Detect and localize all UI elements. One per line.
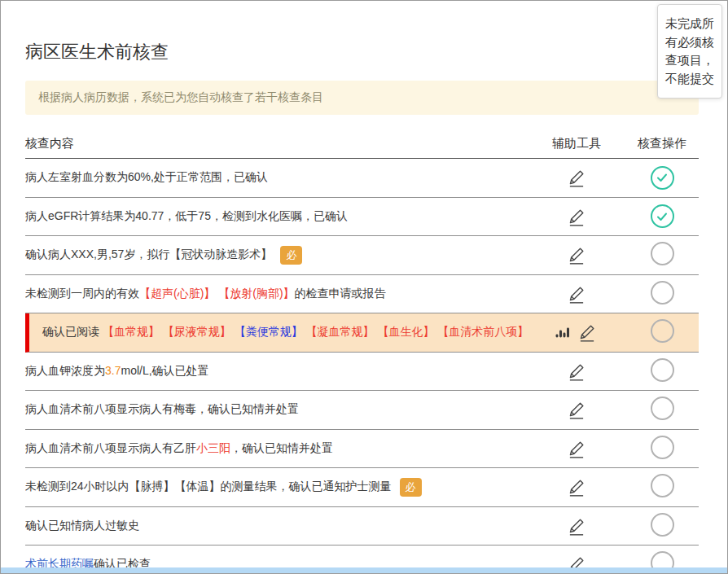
row-content-cell: 确认已阅读 【血常规】 【尿液常规】 【粪便常规】 【凝血常规】 【血生化】 【… [29, 325, 528, 340]
header-check-content: 核查内容 [25, 136, 528, 151]
edit-pencil-icon[interactable] [577, 322, 598, 343]
row-content-cell: 未检测到一周内的有效【超声(心脏)】 【放射(胸部)】的检查申请或报告 [25, 287, 528, 301]
row-tools-cell [528, 167, 625, 188]
check-status-circle[interactable] [651, 513, 674, 537]
row-content-cell: 病人血清术前八项显示病人有乙肝小三阳，确认已知情并处置 [25, 441, 528, 456]
row-text: 病人血钾浓度为3.7mol/L,确认已处置 [25, 364, 209, 379]
row-text-segment: 【血常规】 [103, 325, 160, 338]
row-action-cell [625, 513, 699, 539]
row-tools-cell [528, 283, 625, 305]
edit-pencil-icon[interactable] [566, 244, 587, 265]
table-header: 核查内容 辅助工具 核查操作 [25, 136, 699, 159]
edit-pencil-icon[interactable] [566, 283, 587, 305]
table-row: 确认病人XXX,男,57岁，拟行【冠状动脉造影术】 必 [25, 236, 699, 275]
row-text: 未检测到一周内的有效【超声(心脏)】 【放射(胸部)】的检查申请或报告 [25, 287, 386, 301]
row-text-segment: 病人eGFR计算结果为40.77，低于75，检测到水化医嘱，已确认 [25, 209, 348, 222]
row-text-segment: 确认已阅读 [42, 325, 103, 338]
row-content-cell: 病人左室射血分数为60%,处于正常范围，已确认 [25, 170, 528, 185]
check-status-circle[interactable] [651, 474, 674, 497]
row-text-segment: ，确认已知情并处置 [230, 441, 333, 454]
row-text-segment: 【粪便常规】 [235, 325, 303, 338]
table-row: 病人eGFR计算结果为40.77，低于75，检测到水化医嘱，已确认 [25, 198, 699, 237]
row-text-segment: 病人血清术前八项显示病人有梅毒，确认已知情并处置 [25, 402, 299, 415]
row-action-cell [625, 397, 699, 423]
row-text: 确认病人XXX,男,57岁，拟行【冠状动脉造影术】 [25, 248, 272, 262]
row-text-segment: 未检测到一周内的有效 [25, 287, 139, 300]
row-content-cell: 病人eGFR计算结果为40.77，低于75，检测到水化医嘱，已确认 [25, 209, 528, 224]
edit-pencil-icon[interactable] [566, 361, 587, 382]
row-content-cell: 确认病人XXX,男,57岁，拟行【冠状动脉造影术】 必 [25, 246, 528, 265]
row-text-segment: mol/L,确认已处置 [121, 364, 208, 377]
row-tools-cell [528, 438, 625, 459]
check-status-circle[interactable] [651, 319, 674, 343]
row-tools-cell [528, 206, 625, 227]
required-badge: 必 [400, 478, 422, 497]
footer-bar [1, 567, 727, 573]
edit-pencil-icon[interactable] [566, 399, 587, 420]
edit-pencil-icon[interactable] [566, 515, 587, 537]
page-title: 病区医生术前核查 [25, 40, 699, 64]
row-action-cell [625, 242, 699, 268]
row-tools-cell [528, 361, 625, 382]
row-text-segment: 3.7 [105, 364, 121, 377]
table-row: 确认已阅读 【血常规】 【尿液常规】 【粪便常规】 【凝血常规】 【血生化】 【… [25, 313, 699, 353]
check-status-circle[interactable] [651, 397, 674, 420]
row-text-segment: 【血清术前八项】 [437, 325, 528, 338]
main-content: 病区医生术前核查 根据病人病历数据，系统已为您自动核查了若干核查条目 核查内容 … [1, 1, 727, 574]
header-check-action: 核查操作 [625, 136, 699, 151]
table-row: 病人血钾浓度为3.7mol/L,确认已处置 [25, 353, 699, 392]
validation-tooltip: 未完成所有必须核查项目，不能提交 [657, 4, 722, 99]
table-row: 病人血清术前八项显示病人有梅毒，确认已知情并处置 [25, 391, 699, 430]
row-tools-cell [528, 322, 625, 343]
row-text: 确认已阅读 【血常规】 【尿液常规】 【粪便常规】 【凝血常规】 【血生化】 【… [42, 325, 528, 340]
table-row: 病人左室射血分数为60%,处于正常范围，已确认 [25, 159, 699, 198]
row-text: 未检测到24小时以内【脉搏】【体温】的测量结果，确认已通知护士测量 [25, 480, 392, 494]
row-text-segment: 【凝血常规】 [306, 325, 375, 338]
row-content-cell: 确认已知情病人过敏史 [25, 519, 528, 533]
row-content-cell: 未检测到24小时以内【脉搏】【体温】的测量结果，确认已通知护士测量 必 [25, 478, 528, 497]
row-text-segment: 【超声(心脏)】 [139, 287, 215, 300]
row-text-segment: 小三阳 [196, 441, 230, 454]
table-row: 病人血清术前八项显示病人有乙肝小三阳，确认已知情并处置 [25, 430, 699, 469]
auto-check-notice: 根据病人病历数据，系统已为您自动核查了若干核查条目 [25, 81, 699, 115]
edit-pencil-icon[interactable] [566, 167, 587, 188]
table-row: 确认已知情病人过敏史 [25, 507, 699, 546]
check-status-circle[interactable] [651, 436, 674, 459]
table-body: 病人左室射血分数为60%,处于正常范围，已确认 [25, 159, 699, 574]
row-action-cell [625, 204, 699, 228]
row-text-segment: 【尿液常规】 [163, 325, 231, 338]
row-text: 病人eGFR计算结果为40.77，低于75，检测到水化医嘱，已确认 [25, 209, 348, 224]
header-aux-tools: 辅助工具 [528, 136, 625, 151]
row-action-cell [625, 358, 699, 384]
row-action-cell [625, 281, 699, 307]
row-text: 确认已知情病人过敏史 [25, 519, 139, 533]
row-action-cell [625, 474, 699, 500]
edit-pencil-icon[interactable] [566, 476, 587, 497]
row-text-segment: 病人血钾浓度为 [25, 364, 105, 377]
check-status-circle[interactable] [651, 358, 674, 382]
auto-check-notice-text: 根据病人病历数据，系统已为您自动核查了若干核查条目 [38, 90, 323, 103]
row-text-segment: 未检测到24小时以内【脉搏】【体温】的测量结果，确认已通知护士测量 [25, 480, 392, 493]
check-status-circle[interactable] [651, 204, 674, 228]
edit-pencil-icon[interactable] [566, 438, 587, 459]
row-text-segment: 确认已知情病人过敏史 [25, 519, 139, 532]
bar-chart-icon[interactable] [555, 324, 572, 340]
table-row: 未检测到24小时以内【脉搏】【体温】的测量结果，确认已通知护士测量 必 [25, 468, 699, 507]
check-status-circle[interactable] [651, 166, 674, 190]
row-tools-cell [528, 399, 625, 420]
check-status-circle[interactable] [651, 242, 674, 265]
row-text-segment: 病人左室射血分数为60%,处于正常范围，已确认 [25, 170, 268, 183]
row-text-segment: 【血生化】 [377, 325, 434, 338]
validation-tooltip-text: 未完成所有必须核查项目，不能提交 [665, 16, 714, 85]
check-status-circle[interactable] [651, 281, 674, 305]
edit-pencil-icon[interactable] [566, 206, 587, 227]
row-tools-cell [528, 515, 625, 537]
row-content-cell: 病人血清术前八项显示病人有梅毒，确认已知情并处置 [25, 402, 528, 417]
required-badge: 必 [280, 246, 302, 265]
app-window: 未完成所有必须核查项目，不能提交 病区医生术前核查 根据病人病历数据，系统已为您… [0, 0, 728, 574]
row-tools-cell [528, 244, 625, 265]
row-text-segment: 病人血清术前八项显示病人有乙肝 [25, 441, 196, 454]
row-text-segment: 【放射(胸部)】 [218, 287, 294, 300]
row-action-cell [625, 166, 699, 190]
row-action-cell [625, 436, 699, 462]
